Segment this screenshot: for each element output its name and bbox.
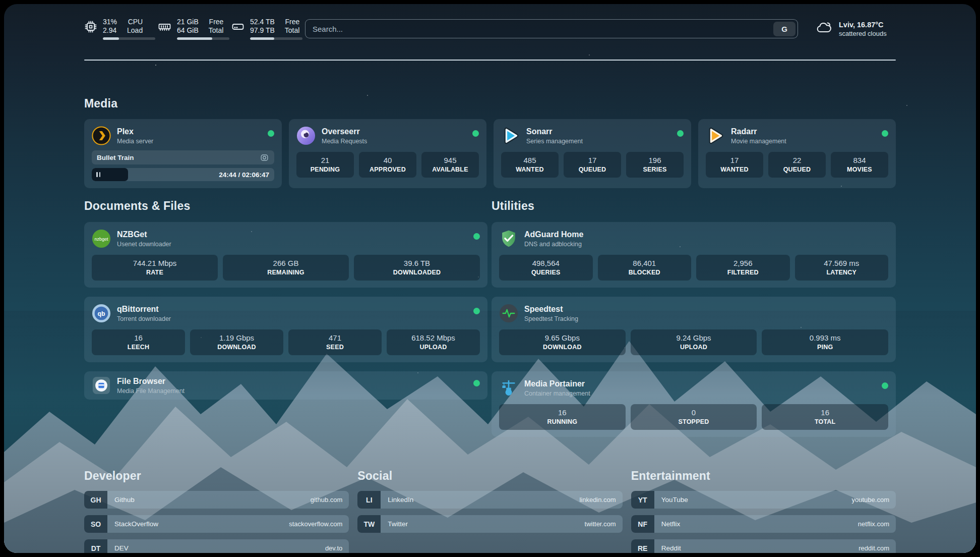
service-subtitle: Usenet downloader [117,240,467,248]
status-dot [882,382,888,389]
now-playing-row: Bullet Train [92,150,274,164]
stat-wanted: 17 WANTED [706,152,763,178]
now-playing-title: Bullet Train [97,154,260,161]
disk-progress-bar [250,37,302,40]
status-dot [882,130,888,137]
memory-progress-bar [177,37,229,40]
cpu-label: CPU [127,18,143,26]
bookmark-reddit[interactable]: RE Reddit reddit.com [631,539,896,553]
media-section-title: Media [84,97,896,110]
sonarr-card[interactable]: Sonarr Series management 485 WANTED 17 Q… [494,119,691,188]
developer-section: Developer GH Github github.com SO StackO… [84,469,349,553]
bookmark-twitter[interactable]: TW Twitter twitter.com [357,515,622,533]
bookmark-domain: github.com [311,496,349,504]
bookmark-domain: reddit.com [859,544,896,552]
stat-queries: 498,564 QUERIES [499,255,593,281]
bookmark-youtube[interactable]: YT YouTube youtube.com [631,491,896,509]
bookmark-netflix[interactable]: NF Netflix netflix.com [631,515,896,533]
stat-download: 9.65 Gbps DOWNLOAD [499,329,626,355]
bookmark-abbr: DT [84,539,107,553]
bookmark-github[interactable]: GH Github github.com [84,491,349,509]
status-dot [677,130,684,137]
stat-filtered: 2,956 FILTERED [696,255,790,281]
cpu-usage-value: 31% [103,18,117,26]
service-subtitle: Movie management [731,137,876,145]
qbittorrent-icon: qb [92,304,111,323]
speedtest-card[interactable]: Speedtest Speedtest Tracking 9.65 Gbps D… [492,297,896,362]
utilities-section: Utilities AdGuard Home DNS [492,199,896,437]
disk-free-label: Free [285,18,300,26]
service-title: Sonarr [526,127,671,137]
service-subtitle: Speedtest Tracking [524,315,888,323]
memory-total-label: Total [209,26,224,35]
utilities-section-title: Utilities [492,199,896,213]
bookmark-name: Reddit [654,544,859,552]
search-provider-button[interactable]: G [773,22,795,36]
stat-blocked: 86,401 BLOCKED [598,255,692,281]
overseerr-card[interactable]: Overseerr Media Requests 21 PENDING 40 A… [289,119,486,188]
bookmark-name: StackOverflow [107,520,289,528]
service-title: File Browser [117,376,467,386]
stat-remaining: 266 GB REMAINING [223,255,349,281]
bookmark-domain: linkedin.com [579,496,622,504]
service-title: Speedtest [524,304,888,314]
bookmark-stackoverflow[interactable]: SO StackOverflow stackoverflow.com [84,515,349,533]
bookmark-domain: netflix.com [858,520,896,528]
disk-free-value: 52.4 TB [250,18,275,26]
memory-widget: 21 GiB 64 GiB Free Total [158,18,231,40]
service-title: qBittorrent [117,304,467,314]
bookmark-abbr: YT [631,491,654,509]
adguard-card[interactable]: AdGuard Home DNS and adblocking 498,564 … [492,222,896,288]
stat-series: 196 SERIES [626,152,684,178]
bookmark-abbr: TW [357,515,381,533]
plex-card[interactable]: Plex Media server Bullet Train [84,119,282,188]
service-title: AdGuard Home [524,230,888,240]
service-title: Overseerr [322,127,466,137]
svg-text:nzbget: nzbget [94,237,108,242]
bookmark-linkedin[interactable]: LI LinkedIn linkedin.com [357,491,622,509]
media-section: Media Plex Media server [84,97,896,188]
service-title: Media Portainer [524,379,876,389]
memory-icon [158,20,171,35]
search-bar[interactable]: G [305,19,798,38]
entertainment-section: Entertainment YT YouTube youtube.com NF … [631,469,896,553]
bookmark-name: YouTube [654,496,852,504]
status-dot [473,233,480,240]
bookmark-name: DEV [107,544,325,552]
filebrowser-card[interactable]: File Browser Media File Management [84,371,487,400]
service-subtitle: Media File Management [117,387,467,395]
svg-text:qb: qb [97,310,105,317]
cpu-widget: 31% 2.94 CPU Load [84,18,158,40]
search-input[interactable] [313,25,773,33]
bookmark-domain: stackoverflow.com [289,520,349,528]
stat-queued: 17 QUEUED [564,152,621,178]
developer-section-title: Developer [84,469,349,483]
bookmark-name: LinkedIn [381,496,579,504]
stat-movies: 834 MOVIES [831,152,888,178]
stat-leech: 16 LEECH [92,329,185,355]
service-title: Plex [117,127,262,137]
qbittorrent-card[interactable]: qb qBittorrent Torrent downloader 16 LEE… [84,297,487,362]
bookmark-domain: dev.to [325,544,349,552]
cpu-icon [84,20,97,35]
topbar: 31% 2.94 CPU Load [84,15,896,42]
bookmark-abbr: NF [631,515,654,533]
sonarr-icon [501,126,520,145]
bookmark-abbr: RE [631,539,654,553]
social-section-title: Social [357,469,622,483]
radarr-icon [706,126,725,145]
bookmark-domain: youtube.com [852,496,896,504]
memory-free-label: Free [209,18,224,26]
stat-ping: 0.993 ms PING [762,329,888,355]
portainer-card[interactable]: Media Portainer Container management 16 … [492,371,896,437]
radarr-card[interactable]: Radarr Movie management 17 WANTED 22 QUE… [698,119,896,188]
playback-progress-bar: 24:44 / 02:06:47 [92,168,274,181]
nzbget-card[interactable]: nzbget NZBGet Usenet downloader 744.21 M… [84,222,487,288]
service-subtitle: Media Requests [322,137,466,145]
stat-upload: 618.52 Mbps UPLOAD [387,329,480,355]
stat-available: 945 AVAILABLE [421,152,479,178]
bookmark-dev[interactable]: DT DEV dev.to [84,539,349,553]
stat-downloaded: 39.6 TB DOWNLOADED [354,255,480,281]
bookmark-name: Twitter [381,520,584,528]
stat-running: 16 RUNNING [499,404,626,430]
